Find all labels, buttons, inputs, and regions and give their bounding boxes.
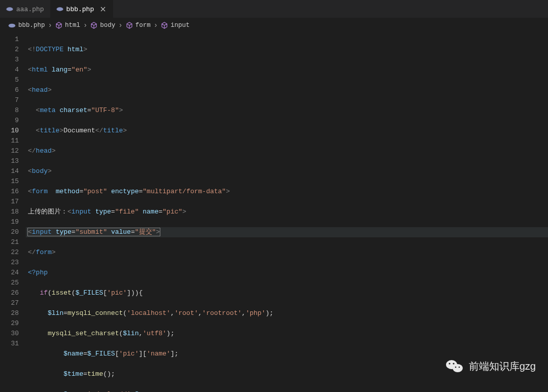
line-number: 29 [0, 318, 19, 329]
code-area[interactable]: <!DOCTYPE html> <html lang="en"> <head> … [28, 32, 548, 392]
svg-point-6 [453, 363, 454, 364]
chevron-right-icon: › [154, 21, 158, 29]
chevron-right-icon: › [83, 21, 87, 29]
line-number: 28 [0, 308, 19, 318]
cube-icon [90, 22, 97, 29]
svg-point-7 [455, 367, 456, 368]
php-file-icon [56, 6, 63, 13]
svg-point-2 [9, 23, 16, 27]
tab-bar: aaa.php bbb.php [0, 0, 548, 18]
svg-point-8 [458, 367, 460, 368]
cube-icon [126, 22, 133, 29]
tab-label: bbb.php [66, 6, 94, 13]
line-number: 9 [0, 116, 19, 126]
breadcrumb-input[interactable]: input [161, 22, 190, 29]
watermark: 前端知识库gzg [446, 359, 536, 374]
line-number: 19 [0, 217, 19, 227]
line-number: 13 [0, 156, 19, 166]
breadcrumb-label: input [170, 22, 190, 29]
breadcrumb-label: body [100, 22, 115, 29]
cube-icon [55, 22, 62, 29]
line-number: 17 [0, 197, 19, 207]
line-number: 1 [0, 34, 19, 45]
line-number: 6 [0, 85, 19, 95]
breadcrumb: bbb.php › html › body › form › input [0, 18, 548, 32]
wechat-icon [446, 359, 464, 374]
code-editor[interactable]: 1234567891011121314151617181920212223242… [0, 32, 548, 392]
tab-label: aaa.php [16, 6, 44, 13]
tab-aaa[interactable]: aaa.php [0, 0, 50, 18]
line-number: 3 [0, 55, 19, 65]
breadcrumb-form[interactable]: form [126, 22, 151, 29]
svg-point-4 [453, 364, 463, 372]
line-number: 22 [0, 247, 19, 258]
line-number: 31 [0, 339, 19, 349]
cube-icon [161, 22, 168, 29]
line-number: 21 [0, 237, 19, 247]
breadcrumb-label: bbb.php [18, 22, 45, 29]
watermark-text: 前端知识库gzg [469, 360, 536, 373]
php-file-icon [8, 23, 16, 28]
chevron-right-icon: › [118, 21, 122, 29]
line-number: 27 [0, 298, 19, 308]
svg-point-1 [56, 7, 63, 11]
line-number: 26 [0, 288, 19, 298]
line-number: 18 [0, 207, 19, 217]
line-number: 25 [0, 278, 19, 288]
breadcrumb-file[interactable]: bbb.php [8, 22, 45, 29]
breadcrumb-body[interactable]: body [90, 22, 115, 29]
line-number: 4 [0, 65, 19, 75]
svg-point-5 [449, 363, 450, 364]
line-number: 8 [0, 105, 19, 116]
line-number: 10 [0, 126, 19, 136]
php-file-icon [6, 6, 13, 13]
svg-point-0 [6, 7, 13, 11]
tab-bbb[interactable]: bbb.php [50, 0, 114, 18]
line-number: 7 [0, 95, 19, 105]
line-number: 30 [0, 329, 19, 339]
line-number: 16 [0, 187, 19, 197]
line-number-gutter: 1234567891011121314151617181920212223242… [0, 32, 28, 392]
line-number: 20 [0, 227, 19, 237]
breadcrumb-html[interactable]: html [55, 22, 80, 29]
chevron-right-icon: › [48, 21, 52, 29]
line-number: 15 [0, 176, 19, 187]
breadcrumb-label: html [65, 22, 80, 29]
line-number: 2 [0, 45, 19, 55]
breadcrumb-label: form [135, 22, 151, 29]
line-number: 14 [0, 166, 19, 176]
line-number: 23 [0, 258, 19, 268]
line-number: 11 [0, 136, 19, 146]
line-number: 12 [0, 146, 19, 156]
line-number: 24 [0, 268, 19, 278]
close-icon[interactable] [99, 5, 107, 13]
line-number: 5 [0, 75, 19, 85]
